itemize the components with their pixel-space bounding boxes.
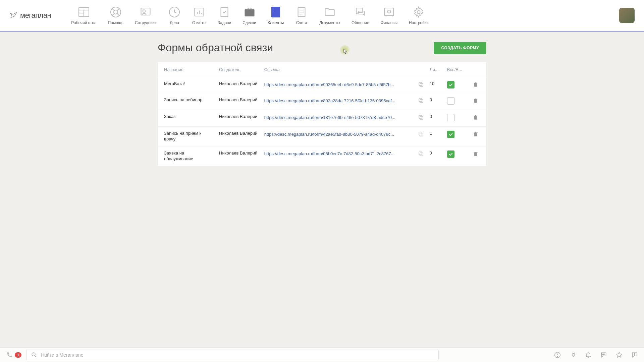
nav-invoices[interactable]: Счета bbox=[295, 6, 308, 25]
copy-icon bbox=[418, 98, 424, 104]
form-leads: 0 bbox=[427, 110, 444, 127]
svg-rect-40 bbox=[419, 115, 422, 118]
table-row[interactable]: Запись на вебинарНиколаев Валерийhttps:/… bbox=[158, 93, 486, 110]
form-leads: 0 bbox=[427, 93, 444, 110]
form-link[interactable]: https://desc.megaplan.ru/form/05b0ec7c-7… bbox=[264, 151, 414, 156]
table-row[interactable]: ЗаказНиколаев Валерийhttps://desc.megapl… bbox=[158, 110, 486, 127]
logo-icon bbox=[9, 11, 18, 20]
enable-toggle[interactable] bbox=[447, 97, 454, 105]
form-leads: 0 bbox=[427, 146, 444, 166]
copy-link-button[interactable] bbox=[418, 97, 424, 104]
form-creator: Николаев Валерий bbox=[219, 131, 259, 136]
clock-icon bbox=[168, 6, 181, 18]
enable-toggle[interactable] bbox=[447, 131, 454, 138]
search-bar[interactable] bbox=[26, 350, 439, 360]
svg-line-14 bbox=[174, 12, 176, 13]
nav-chat[interactable]: Общение bbox=[352, 6, 369, 25]
nav-label: Отчёты bbox=[192, 20, 206, 25]
form-link[interactable]: https://desc.megaplan.ru/form/90265eeb-d… bbox=[264, 82, 414, 87]
enable-toggle[interactable] bbox=[447, 114, 454, 121]
form-link[interactable]: https://desc.megaplan.ru/form/181e7e60-e… bbox=[264, 115, 414, 120]
copy-link-button[interactable] bbox=[418, 81, 424, 88]
nav-label: Счета bbox=[296, 20, 307, 25]
search-icon bbox=[31, 352, 37, 358]
page-title: Формы обратной связи bbox=[158, 42, 273, 54]
form-name: Заявка на обслуживание bbox=[164, 150, 214, 162]
trending-button[interactable] bbox=[570, 352, 576, 358]
svg-rect-22 bbox=[273, 9, 274, 10]
delete-button[interactable] bbox=[473, 97, 479, 104]
nav-label: Сделки bbox=[243, 20, 256, 25]
col-creator[interactable]: Создатель bbox=[216, 62, 262, 77]
svg-rect-51 bbox=[602, 355, 604, 355]
nav-employees[interactable]: Сотрудники bbox=[135, 6, 157, 25]
svg-line-9 bbox=[117, 14, 119, 16]
delete-button[interactable] bbox=[473, 114, 479, 121]
col-leads[interactable]: Ли... bbox=[427, 62, 444, 77]
enable-toggle[interactable] bbox=[447, 150, 454, 158]
form-link[interactable]: https://desc.megaplan.ru/form/42ae5fad-8… bbox=[264, 132, 414, 137]
svg-rect-53 bbox=[634, 355, 635, 356]
delete-button[interactable] bbox=[473, 150, 479, 157]
topbar: мегаплан Рабочий стол Помощь Сотрудники … bbox=[0, 0, 644, 32]
top-navigation: Рабочий стол Помощь Сотрудники Дела Отчё… bbox=[71, 6, 429, 25]
nav-help[interactable]: Помощь bbox=[108, 6, 123, 25]
trash-icon bbox=[473, 131, 479, 137]
copy-link-button[interactable] bbox=[418, 114, 424, 121]
table-row[interactable]: МегаБатл!Николаев Валерийhttps://desc.me… bbox=[158, 77, 486, 93]
nav-deals[interactable]: Сделки bbox=[243, 6, 256, 25]
chat-icon bbox=[354, 6, 367, 18]
search-input[interactable] bbox=[41, 352, 434, 358]
svg-rect-39 bbox=[420, 116, 423, 119]
enable-toggle[interactable] bbox=[447, 81, 454, 88]
user-avatar[interactable] bbox=[619, 8, 635, 23]
col-enabled[interactable]: Вкл/В... bbox=[444, 62, 465, 77]
nav-finance[interactable]: Финансы bbox=[381, 6, 397, 25]
col-name[interactable]: Название bbox=[158, 62, 216, 77]
alert-button[interactable] bbox=[554, 352, 561, 358]
safe-icon bbox=[383, 6, 395, 18]
logo[interactable]: мегаплан bbox=[9, 11, 51, 20]
copy-icon bbox=[418, 151, 424, 157]
feedback-button[interactable] bbox=[631, 352, 638, 358]
delete-button[interactable] bbox=[473, 81, 479, 88]
notifications-button[interactable] bbox=[585, 352, 592, 358]
phone-button[interactable]: 1 bbox=[6, 352, 21, 358]
favorites-button[interactable] bbox=[616, 352, 623, 358]
trash-icon bbox=[473, 150, 479, 157]
svg-point-45 bbox=[32, 353, 35, 356]
form-link[interactable]: https://desc.megaplan.ru/form/802a28da-7… bbox=[264, 98, 414, 103]
nav-documents[interactable]: Документы bbox=[319, 6, 340, 25]
table-row[interactable]: Заявка на обслуживаниеНиколаев Валерийht… bbox=[158, 146, 486, 166]
table-header-row: Название Создатель Ссылка Ли... Вкл/В... bbox=[158, 62, 486, 77]
nav-label: Общение bbox=[352, 20, 369, 25]
star-icon bbox=[616, 352, 623, 358]
nav-reports[interactable]: Отчёты bbox=[192, 6, 206, 25]
nav-settings[interactable]: Настройки bbox=[409, 6, 429, 25]
table-row[interactable]: Запись на приём к врачуНиколаев Валерийh… bbox=[158, 127, 486, 146]
report-icon bbox=[631, 352, 638, 358]
nav-clients[interactable]: Клиенты bbox=[268, 6, 284, 25]
copy-link-button[interactable] bbox=[418, 131, 424, 137]
nav-label: Рабочий стол bbox=[71, 20, 96, 25]
form-name: Запись на вебинар bbox=[164, 97, 214, 103]
nav-tasks[interactable]: Задачи bbox=[218, 6, 231, 25]
col-link[interactable]: Ссылка bbox=[262, 62, 427, 77]
create-form-button[interactable]: СОЗДАТЬ ФОРМУ bbox=[434, 42, 486, 54]
copy-icon bbox=[418, 131, 424, 137]
nav-label: Клиенты bbox=[268, 20, 284, 25]
alert-icon bbox=[554, 352, 561, 358]
svg-point-34 bbox=[417, 11, 420, 14]
copy-link-button[interactable] bbox=[418, 150, 424, 157]
nav-dashboard[interactable]: Рабочий стол bbox=[71, 6, 96, 25]
nav-label: Документы bbox=[319, 20, 340, 25]
copy-icon bbox=[418, 114, 424, 120]
svg-point-11 bbox=[143, 10, 146, 12]
nav-todos[interactable]: Дела bbox=[168, 6, 181, 25]
delete-button[interactable] bbox=[473, 131, 479, 137]
invoice-icon bbox=[295, 6, 308, 18]
messages-button[interactable] bbox=[600, 352, 607, 358]
nav-label: Финансы bbox=[381, 20, 397, 25]
svg-rect-41 bbox=[420, 133, 423, 136]
page-header: Формы обратной связи СОЗДАТЬ ФОРМУ bbox=[158, 42, 486, 54]
